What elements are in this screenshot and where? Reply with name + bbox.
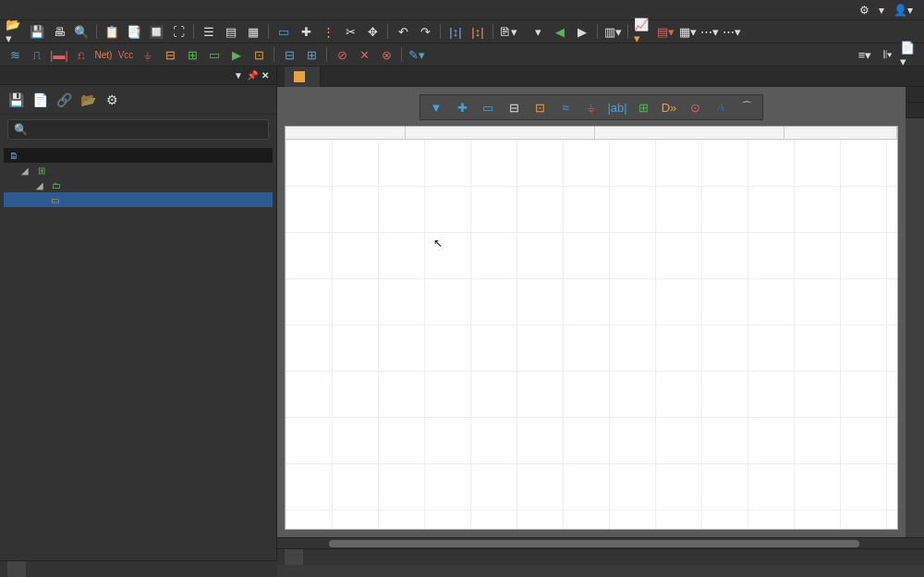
tree-workspace[interactable]: 🗎 bbox=[4, 148, 273, 163]
menu-tools[interactable] bbox=[94, 8, 109, 12]
layers-icon[interactable]: ▤▾ bbox=[656, 23, 675, 40]
menu-edit[interactable] bbox=[20, 8, 35, 12]
cut-icon[interactable]: ✂ bbox=[341, 23, 359, 40]
menu-design[interactable] bbox=[79, 8, 94, 12]
chart-icon[interactable]: 📈▾ bbox=[634, 23, 652, 40]
nav-back-icon[interactable]: ◀ bbox=[551, 23, 569, 40]
del2-icon[interactable]: ✕ bbox=[355, 46, 373, 63]
place-dots-icon[interactable]: ⋮ bbox=[319, 23, 337, 40]
netlabel-icon[interactable]: Net) bbox=[94, 46, 113, 63]
bottom-tab-editor[interactable] bbox=[285, 549, 303, 565]
clipboard-icon[interactable]: 📋 bbox=[103, 23, 121, 40]
vcc-icon[interactable]: Vcc bbox=[116, 46, 135, 63]
new-doc-icon[interactable]: 📄 bbox=[31, 92, 48, 108]
list-icon[interactable]: ▥▾ bbox=[603, 23, 622, 40]
wire-icon[interactable]: ≈ bbox=[555, 99, 576, 116]
collapse-icon[interactable]: ◢ bbox=[18, 164, 31, 177]
play-icon[interactable]: ▶ bbox=[227, 46, 246, 63]
folder-icon[interactable]: 📂 bbox=[79, 92, 96, 108]
gear-icon[interactable]: ⚙ bbox=[859, 4, 869, 17]
filter-icon[interactable]: ▼ bbox=[426, 99, 446, 116]
gear-proj-icon[interactable]: ⚙ bbox=[103, 92, 120, 108]
canvas-area[interactable]: ▼ ✚ ▭ ⊟ ⊡ ≈ ⏚ |ab| ⊞ D» ⊙ A ⌒ bbox=[277, 87, 906, 537]
menu-simulate[interactable] bbox=[109, 8, 124, 12]
dropdown-icon[interactable]: ▾ bbox=[879, 4, 884, 17]
menu-help[interactable] bbox=[153, 8, 168, 12]
del1-icon[interactable]: ⊘ bbox=[333, 46, 351, 63]
side-tab-properties[interactable] bbox=[906, 103, 924, 118]
menu-project[interactable] bbox=[50, 8, 65, 12]
path-dropdown-icon[interactable]: ▾ bbox=[529, 23, 547, 40]
more1-icon[interactable]: ⋯▾ bbox=[700, 23, 719, 40]
place-rect-icon[interactable]: ▭ bbox=[274, 23, 293, 40]
port1-icon[interactable]: ⊟ bbox=[161, 46, 179, 63]
fit-icon[interactable]: ⛶ bbox=[169, 23, 188, 40]
cross-icon[interactable]: ✚ bbox=[452, 99, 472, 116]
toggle-b-icon[interactable]: |↕| bbox=[468, 23, 487, 40]
browse-icon[interactable]: 🖹▾ bbox=[499, 23, 517, 40]
bus-icon[interactable]: |▬| bbox=[50, 46, 68, 63]
align-icon[interactable]: ▦ bbox=[244, 23, 262, 40]
tree-folder[interactable]: ◢ 🗀 bbox=[4, 178, 273, 192]
gnd-icon[interactable]: ⏚ bbox=[581, 99, 602, 116]
toggle-a-icon[interactable]: |↕| bbox=[446, 23, 465, 40]
comp-icon[interactable]: ⊡ bbox=[249, 46, 268, 63]
tree-project[interactable]: ◢ ⊞ bbox=[4, 163, 273, 178]
search-input[interactable] bbox=[31, 123, 262, 136]
scrollbar-thumb[interactable] bbox=[329, 540, 859, 547]
side-tab-libraries[interactable] bbox=[906, 87, 924, 103]
annotate-icon[interactable]: ⊙ bbox=[685, 99, 705, 116]
wire2-icon[interactable]: ⎍ bbox=[28, 46, 46, 63]
port-icon[interactable]: ⊞ bbox=[633, 99, 653, 116]
save-icon[interactable]: 💾 bbox=[28, 23, 46, 40]
copy-icon[interactable]: 📑 bbox=[125, 23, 143, 40]
undo-icon[interactable]: ↶ bbox=[394, 23, 412, 40]
grid-icon[interactable]: ▦▾ bbox=[678, 23, 697, 40]
menu-report[interactable] bbox=[124, 8, 139, 12]
place-cross-icon[interactable]: ✚ bbox=[297, 23, 315, 40]
text-icon[interactable]: A bbox=[711, 99, 731, 116]
wire1-icon[interactable]: ≋ bbox=[6, 46, 24, 63]
align-h-icon[interactable]: ≡▾ bbox=[856, 46, 874, 63]
menu-window[interactable] bbox=[139, 8, 153, 12]
connector-icon[interactable]: D» bbox=[659, 99, 679, 116]
h-scrollbar[interactable] bbox=[277, 537, 924, 548]
close-icon[interactable]: ✕ bbox=[261, 70, 269, 80]
doc-tb-icon[interactable]: 📄▾ bbox=[900, 46, 918, 63]
link-icon[interactable]: 🔗 bbox=[55, 92, 72, 108]
print-icon[interactable]: 🖶 bbox=[50, 23, 68, 40]
redo-icon[interactable]: ↷ bbox=[416, 23, 434, 40]
align-v-icon[interactable]: ⦀▾ bbox=[878, 46, 896, 63]
preview-icon[interactable]: 🔍 bbox=[72, 23, 91, 40]
bottom-tab-projects[interactable] bbox=[7, 561, 26, 577]
cross-select-icon[interactable]: ☰ bbox=[200, 23, 218, 40]
del3-icon[interactable]: ⊗ bbox=[377, 46, 395, 63]
user-icon[interactable]: 👤▾ bbox=[894, 4, 913, 17]
label-icon[interactable]: |ab| bbox=[607, 99, 627, 116]
arc-icon[interactable]: ⌒ bbox=[736, 99, 757, 116]
net-icon[interactable]: ⎌ bbox=[72, 46, 91, 63]
move-icon[interactable]: ✥ bbox=[363, 23, 382, 40]
pen-icon[interactable]: ✎▾ bbox=[407, 46, 426, 63]
ic1-icon[interactable]: ⊟ bbox=[280, 46, 298, 63]
nav-fwd-icon[interactable]: ▶ bbox=[573, 23, 591, 40]
tree-doc[interactable]: ▭ bbox=[4, 192, 273, 207]
menu-file[interactable] bbox=[6, 8, 20, 12]
menu-place[interactable] bbox=[65, 8, 79, 12]
schematic-sheet[interactable]: ↖ bbox=[285, 126, 898, 530]
ic-icon[interactable]: ⊡ bbox=[529, 99, 550, 116]
save-proj-icon[interactable]: 💾 bbox=[7, 92, 24, 108]
menu-view[interactable] bbox=[35, 8, 50, 12]
more2-icon[interactable]: ⋯▾ bbox=[723, 23, 741, 40]
ic2-icon[interactable]: ⊞ bbox=[302, 46, 321, 63]
stack-icon[interactable]: ▤ bbox=[222, 23, 240, 40]
zoom-area-icon[interactable]: 🔲 bbox=[147, 23, 165, 40]
sheet-icon[interactable]: ▭ bbox=[205, 46, 224, 63]
gnd-icon[interactable]: ⏚ bbox=[139, 46, 157, 63]
component-icon[interactable]: ⊟ bbox=[504, 99, 524, 116]
dropdown-icon[interactable]: ▼ bbox=[234, 70, 243, 80]
port2-icon[interactable]: ⊞ bbox=[183, 46, 201, 63]
collapse-icon[interactable]: ◢ bbox=[33, 178, 46, 191]
pin-icon[interactable]: 📌 bbox=[247, 70, 258, 80]
bottom-tab-navigator[interactable] bbox=[26, 561, 44, 577]
